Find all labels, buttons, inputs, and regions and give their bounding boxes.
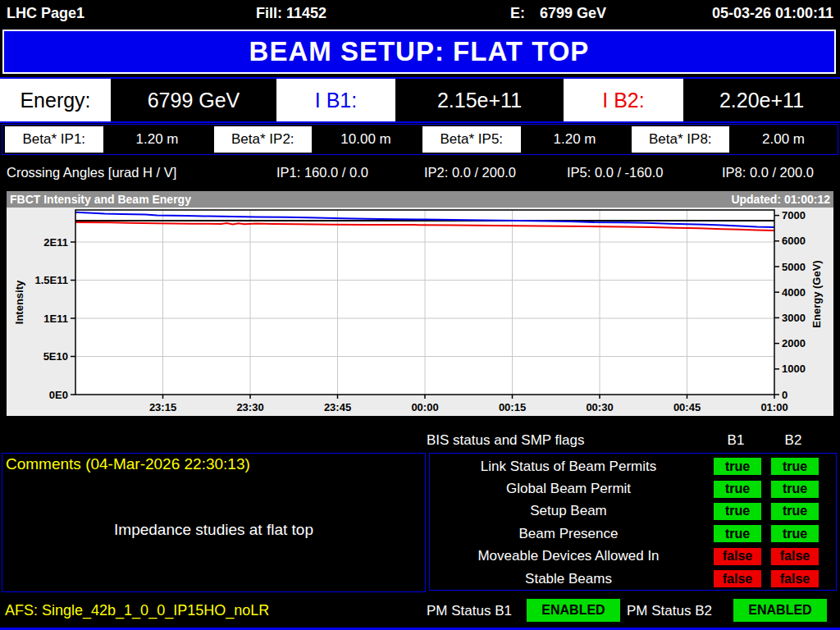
status-badge-b1: true [714,525,761,542]
app-title: LHC Page1 [7,5,84,22]
bis-header-title: BIS status and SMP flags [427,432,584,449]
ib1-label: I B1: [276,79,395,121]
svg-text:00:30: 00:30 [586,401,613,413]
afs-filling-scheme: AFS: Single_42b_1_0_0_IP15HO_noLR [5,602,269,619]
bis-row-label: Moveable Devices Allowed In [430,548,707,564]
bis-flags-panel: Link Status of Beam Permits true true Gl… [429,453,837,591]
status-badge-b2: true [771,503,819,520]
svg-text:Energy (GeV): Energy (GeV) [810,260,823,327]
beam-mode-banner: BEAM SETUP: FLAT TOP [2,30,836,74]
status-badge-b1: true [714,481,761,498]
svg-text:3000: 3000 [782,312,806,324]
pm-status-b2-badge: ENABLED [733,599,827,622]
crossing-ip2: IP2: 0.0 / 200.0 [424,165,516,180]
energy-row-label: Energy: [0,79,111,121]
crossing-ip8: IP8: 0.0 / 200.0 [722,165,814,180]
pm-status-b2-label: PM Status B2 [627,603,712,619]
svg-text:1E11: 1E11 [43,313,68,325]
energy-label: E: [510,5,525,22]
bis-row-label: Beam Presence [430,526,707,542]
comments-title: Comments (04-Mar-2026 22:30:13) [2,454,425,475]
bis-row-global-permit: Global Beam Permit true true [430,477,836,500]
fbct-chart-panel: FBCT Intensity and Beam Energy Updated: … [7,191,833,416]
beta-ip1-group: Beta* IP1: 1.20 m [2,125,212,154]
chart-title: FBCT Intensity and Beam Energy [10,193,191,206]
ib2-value: 2.20e+11 [683,79,840,121]
svg-text:00:00: 00:00 [411,401,438,413]
status-badge-b2: false [771,570,819,587]
beta-ip2-value: 10.00 m [312,125,420,154]
svg-text:0: 0 [782,389,788,401]
bis-row-beam-presence: Beam Presence true true [430,523,836,545]
bis-row-label: Global Beam Permit [430,481,707,497]
status-badge-b1: true [714,458,761,475]
svg-text:00:45: 00:45 [673,401,701,413]
chart-header-bar: FBCT Intensity and Beam Energy Updated: … [7,191,833,208]
beta-ip8-label: Beta* IP8: [632,126,730,153]
bis-row-label: Setup Beam [430,503,707,519]
svg-text:5E10: 5E10 [43,350,68,363]
status-badge-b1: false [714,548,761,565]
status-badge-b2: true [771,458,819,475]
datetime-clock: 05-03-26 01:00:11 [712,5,833,22]
svg-text:6000: 6000 [782,235,806,247]
svg-text:01:00: 01:00 [760,401,788,413]
bis-row-label: Stable Beams [430,571,707,587]
svg-text:7000: 7000 [782,209,806,221]
crossing-angles-title: Crossing Angles [urad H / V] [7,165,176,180]
beta-ip8-group: Beta* IP8: 2.00 m [629,125,838,154]
svg-text:2000: 2000 [782,337,806,349]
chart-updated: Updated: 01:00:12 [731,193,830,206]
bis-row-stable-beams: Stable Beams false false [430,568,836,590]
status-badge-b1: false [714,570,761,587]
svg-text:00:15: 00:15 [499,401,526,413]
svg-text:4000: 4000 [782,286,806,299]
bis-header-row: BIS status and SMP flags B1 B2 [0,428,840,451]
svg-text:Intensity: Intensity [13,280,25,324]
status-badge-b2: false [771,548,819,565]
svg-text:2E11: 2E11 [43,236,68,249]
energy-row-value: 6799 GeV [111,79,276,121]
svg-text:23:15: 23:15 [149,401,176,413]
crossing-angles-row: Crossing Angles [urad H / V] IP1: 160.0 … [0,156,840,190]
fbct-chart-svg: 0E05E101E111.5E112E110100020003000400050… [7,208,833,416]
beta-ip5-group: Beta* IP5: 1.20 m [420,125,629,154]
beta-ip1-label: Beta* IP1: [5,126,103,153]
status-badge-b1: true [714,503,761,520]
bis-row-setup-beam: Setup Beam true true [430,500,836,523]
svg-text:5000: 5000 [782,261,806,273]
fill-number: Fill: 11452 [256,5,326,22]
energy-intensity-row: Energy: 6799 GeV I B1: 2.15e+11 I B2: 2.… [0,77,840,123]
pm-status-b1-label: PM Status B1 [427,603,512,619]
footer-bar: AFS: Single_42b_1_0_0_IP15HO_noLR PM Sta… [0,594,840,628]
chart-body: 0E05E101E111.5E112E110100020003000400050… [7,208,833,416]
top-status-bar: LHC Page1 Fill: 11452 E: 6799 GeV 05-03-… [0,0,840,28]
svg-text:0E0: 0E0 [49,389,68,401]
crossing-ip1: IP1: 160.0 / 0.0 [276,165,368,180]
beta-ip5-label: Beta* IP5: [422,126,521,153]
beta-ip1-value: 1.20 m [103,125,212,154]
svg-text:23:30: 23:30 [236,401,263,413]
beta-ip8-value: 2.00 m [729,125,838,154]
status-badge-b2: true [771,481,819,498]
ib1-value: 2.15e+11 [395,79,564,121]
bis-col-b1: B1 [712,432,760,449]
ib2-label: I B2: [564,79,683,121]
svg-text:1000: 1000 [782,363,806,375]
bis-row-moveable-devices: Moveable Devices Allowed In false false [430,546,836,568]
bis-col-b2: B2 [769,432,817,449]
svg-text:23:45: 23:45 [324,401,351,413]
beta-ip5-value: 1.20 m [521,125,629,154]
comments-body: Impedance studies at flat top [2,521,425,539]
beta-star-row: Beta* IP1: 1.20 m Beta* IP2: 10.00 m Bet… [2,124,838,155]
bis-row-link-status: Link Status of Beam Permits true true [430,455,836,477]
beta-ip2-group: Beta* IP2: 10.00 m [212,125,421,154]
crossing-ip5: IP5: 0.0 / -160.0 [567,165,663,180]
energy-value: 6799 GeV [540,5,606,22]
status-badge-b2: true [771,525,819,542]
bis-row-label: Link Status of Beam Permits [430,459,707,475]
svg-text:1.5E11: 1.5E11 [35,274,69,286]
beta-ip2-label: Beta* IP2: [214,126,313,153]
pm-status-b1-badge: ENABLED [527,599,620,622]
beam-mode-text: BEAM SETUP: FLAT TOP [249,36,590,67]
